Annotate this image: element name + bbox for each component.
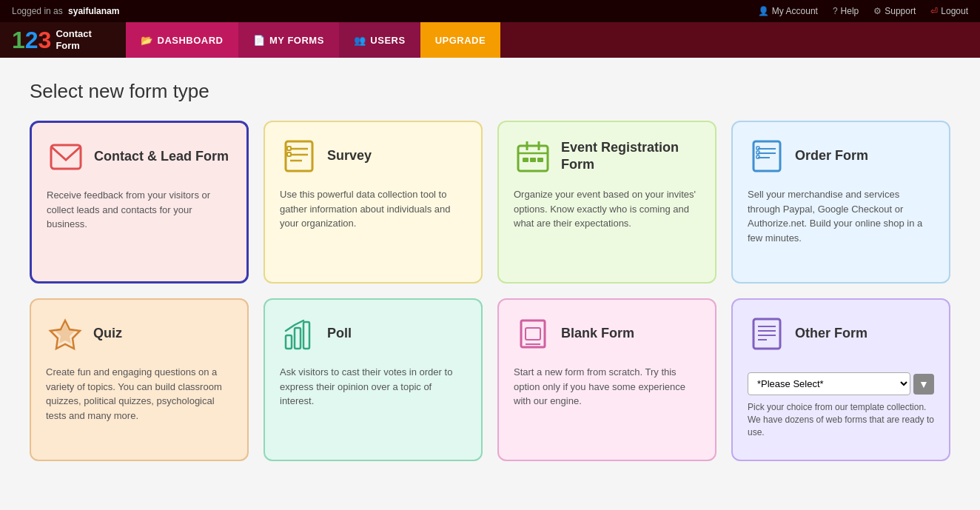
form-card-survey[interactable]: Survey Use this powerful data collection…: [264, 121, 483, 283]
logo-area: 123 Contact Form: [0, 22, 126, 58]
survey-title: Survey: [327, 147, 372, 164]
other-title: Other Form: [795, 325, 867, 342]
contact-icon: [47, 138, 85, 176]
svg-rect-24: [521, 321, 545, 347]
logo-digit-2: 2: [25, 27, 38, 53]
poll-desc: Ask visitors to cast their votes in orde…: [280, 365, 466, 409]
users-icon: 👥: [354, 35, 366, 46]
my-forms-label: MY FORMS: [269, 35, 324, 46]
my-account-link[interactable]: 👤 My Account: [758, 6, 818, 16]
logo-numbers: 123: [12, 28, 51, 52]
svg-rect-22: [295, 328, 301, 349]
event-title: Event Registration Form: [561, 139, 700, 174]
dashboard-icon: 📂: [141, 35, 153, 46]
username: syaifulanam: [68, 6, 119, 16]
order-icon: [748, 137, 786, 175]
contact-title: Contact & Lead Form: [94, 148, 229, 165]
poll-icon: [280, 315, 318, 353]
other-select-container: *Please Select* ▼: [748, 372, 934, 395]
form-card-event[interactable]: Event Registration Form Organize your ev…: [497, 121, 716, 283]
form-card-other[interactable]: Other Form *Please Select* ▼ Pick your c…: [731, 298, 950, 461]
other-select-dropdown-btn[interactable]: ▼: [913, 374, 934, 395]
svg-rect-21: [286, 335, 292, 349]
header: 123 Contact Form 📂 DASHBOARD 📄 MY FORMS …: [0, 22, 980, 58]
quiz-desc: Create fun and engaging questions on a v…: [46, 365, 232, 423]
support-link[interactable]: ⚙ Support: [873, 6, 916, 16]
svg-rect-23: [303, 322, 309, 349]
card-header-other: Other Form: [748, 315, 934, 353]
top-bar-nav: 👤 My Account ? Help ⚙ Support ⏎ Logout: [758, 6, 968, 16]
logo: 123 Contact Form: [12, 28, 114, 52]
upgrade-label: UPGRADE: [435, 35, 486, 46]
help-icon: ?: [833, 6, 838, 16]
quiz-icon: [46, 315, 84, 353]
user-icon: 👤: [758, 6, 769, 16]
nav-dashboard[interactable]: 📂 DASHBOARD: [126, 22, 238, 58]
svg-rect-11: [523, 158, 528, 162]
card-header-quiz: Quiz: [46, 315, 232, 353]
blank-icon: [514, 315, 552, 353]
help-link[interactable]: ? Help: [833, 6, 859, 16]
form-card-order[interactable]: Order Form Sell your merchandise and ser…: [731, 121, 950, 283]
blank-desc: Start a new form from scratch. Try this …: [514, 365, 700, 409]
poll-title: Poll: [327, 325, 352, 342]
logged-in-text: Logged in as: [12, 6, 63, 16]
survey-icon: [280, 137, 318, 175]
logout-icon: ⏎: [930, 6, 938, 16]
svg-rect-0: [51, 145, 81, 169]
users-label: USERS: [370, 35, 405, 46]
card-header-blank: Blank Form: [514, 315, 700, 353]
dashboard-label: DASHBOARD: [158, 35, 224, 46]
blank-title: Blank Form: [561, 325, 634, 342]
main-content: Select new form type Contact & Lead Form…: [0, 58, 980, 502]
form-type-grid: Contact & Lead Form Receive feedback fro…: [30, 121, 950, 461]
event-desc: Organize your event based on your invite…: [514, 187, 700, 231]
logo-digit-1: 1: [12, 27, 25, 53]
logo-digit-3: 3: [38, 27, 52, 53]
svg-rect-14: [754, 141, 780, 171]
other-form-select[interactable]: *Please Select*: [748, 372, 910, 395]
svg-rect-12: [530, 158, 536, 162]
logout-link[interactable]: ⏎ Logout: [930, 6, 968, 16]
logo-text: Contact Form: [56, 28, 114, 51]
logged-in-info: Logged in as syaifulanam: [12, 6, 119, 16]
card-header-event: Event Registration Form: [514, 137, 700, 175]
page-title: Select new form type: [30, 80, 950, 103]
form-card-contact[interactable]: Contact & Lead Form Receive feedback fro…: [30, 121, 249, 283]
card-header-survey: Survey: [280, 137, 466, 175]
event-icon: [514, 137, 552, 175]
nav-users[interactable]: 👥 USERS: [339, 22, 420, 58]
other-desc: Pick your choice from our template colle…: [748, 401, 934, 438]
survey-desc: Use this powerful data collection tool t…: [280, 187, 466, 231]
card-header-poll: Poll: [280, 315, 466, 353]
support-icon: ⚙: [873, 6, 882, 16]
nav: 📂 DASHBOARD 📄 MY FORMS 👥 USERS UPGRADE: [126, 22, 980, 58]
nav-my-forms[interactable]: 📄 MY FORMS: [238, 22, 339, 58]
svg-rect-27: [754, 319, 780, 349]
card-header-contact: Contact & Lead Form: [47, 138, 232, 176]
svg-rect-13: [537, 158, 543, 162]
top-bar: Logged in as syaifulanam 👤 My Account ? …: [0, 0, 980, 22]
other-icon: [748, 315, 786, 353]
nav-upgrade[interactable]: UPGRADE: [420, 22, 501, 58]
contact-desc: Receive feedback from your visitors or c…: [47, 188, 232, 232]
form-card-poll[interactable]: Poll Ask visitors to cast their votes in…: [264, 298, 483, 461]
quiz-title: Quiz: [93, 325, 122, 342]
my-forms-icon: 📄: [253, 35, 266, 46]
card-header-order: Order Form: [748, 137, 934, 175]
form-card-quiz[interactable]: Quiz Create fun and engaging questions o…: [30, 298, 249, 461]
order-desc: Sell your merchandise and services throu…: [748, 187, 934, 245]
order-title: Order Form: [795, 147, 868, 164]
form-card-blank[interactable]: Blank Form Start a new form from scratch…: [497, 298, 716, 461]
